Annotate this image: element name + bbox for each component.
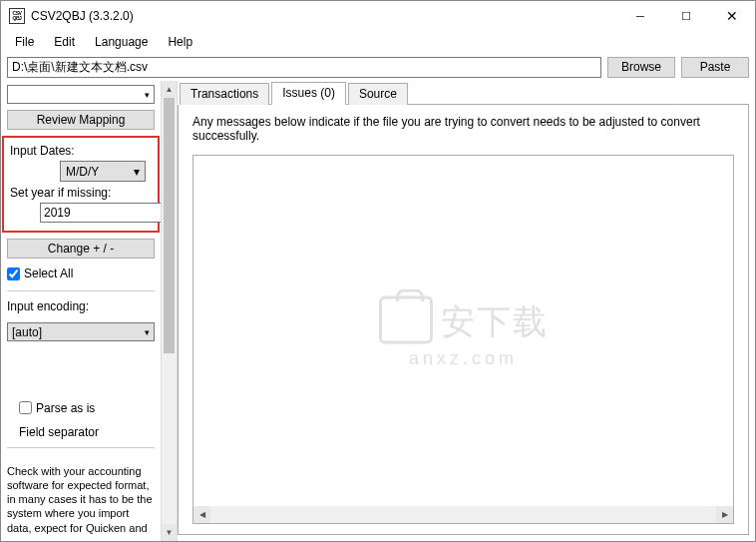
maximize-button[interactable]: ☐ xyxy=(663,1,709,31)
content-area: Transactions Issues (0) Source Any messa… xyxy=(178,81,755,541)
date-format-select[interactable]: M/D/Y▾ xyxy=(60,161,146,182)
footer-note: Check with your accounting software for … xyxy=(7,456,155,535)
scroll-left-icon[interactable]: ◀ xyxy=(193,506,210,523)
chevron-down-icon: ▾ xyxy=(145,90,150,100)
title-bar: CSV QBJ CSV2QBJ (3.3.2.0) ─ ☐ ✕ xyxy=(1,1,755,31)
select-all-checkbox[interactable] xyxy=(7,268,20,280)
scroll-right-icon[interactable]: ▶ xyxy=(716,506,733,523)
watermark: 安下载 anxz.com xyxy=(379,295,549,368)
top-select[interactable]: ▾ xyxy=(7,85,155,104)
menu-edit[interactable]: Edit xyxy=(46,33,83,51)
minimize-button[interactable]: ─ xyxy=(617,1,663,31)
file-path-input[interactable] xyxy=(7,57,601,78)
select-all-label: Select All xyxy=(24,267,73,280)
set-year-label: Set year if missing: xyxy=(10,186,152,200)
year-input[interactable] xyxy=(40,203,161,223)
select-all-row[interactable]: Select All xyxy=(7,265,155,282)
chevron-down-icon: ▾ xyxy=(134,165,140,179)
sidebar: ▾ Review Mapping Input Dates: M/D/Y▾ Set… xyxy=(1,81,161,541)
year-spinner[interactable]: ▲ ▼ xyxy=(40,203,120,223)
menu-bar: File Edit Language Help xyxy=(1,31,755,53)
browse-button[interactable]: Browse xyxy=(607,57,675,78)
tab-body: Any messages below indicate if the file … xyxy=(178,105,749,535)
menu-file[interactable]: File xyxy=(7,33,42,51)
app-icon: CSV QBJ xyxy=(9,8,25,24)
scroll-down-icon[interactable]: ▼ xyxy=(162,524,177,541)
encoding-select[interactable]: [auto]▾ xyxy=(7,322,155,341)
parse-as-is-label: Parse as is xyxy=(36,401,95,415)
tab-transactions[interactable]: Transactions xyxy=(180,83,269,105)
separator xyxy=(7,447,155,448)
input-dates-label: Input Dates: xyxy=(10,144,152,158)
review-mapping-button[interactable]: Review Mapping xyxy=(7,110,155,130)
separator xyxy=(7,290,155,291)
close-button[interactable]: ✕ xyxy=(709,1,755,31)
bag-icon xyxy=(379,295,433,343)
messages-box: 安下载 anxz.com ◀ ▶ xyxy=(192,155,734,524)
window-title: CSV2QBJ (3.3.2.0) xyxy=(31,9,617,23)
field-separator-label: Field separator xyxy=(19,425,99,439)
issues-message: Any messages below indicate if the file … xyxy=(192,115,734,143)
menu-help[interactable]: Help xyxy=(160,33,200,51)
path-row: Browse Paste xyxy=(1,53,755,81)
tab-bar: Transactions Issues (0) Source xyxy=(180,81,749,105)
paste-button[interactable]: Paste xyxy=(681,57,749,78)
parse-as-is-row[interactable]: Parse as is xyxy=(7,399,155,417)
horizontal-scrollbar[interactable]: ◀ ▶ xyxy=(193,506,733,523)
scroll-up-icon[interactable]: ▲ xyxy=(162,81,177,98)
parse-as-is-checkbox[interactable] xyxy=(19,401,32,414)
highlight-box: Input Dates: M/D/Y▾ Set year if missing:… xyxy=(2,136,160,233)
chevron-down-icon: ▾ xyxy=(145,327,150,337)
change-sign-button[interactable]: Change + / - xyxy=(7,239,155,259)
tab-source[interactable]: Source xyxy=(348,83,408,105)
input-encoding-label: Input encoding: xyxy=(7,299,155,313)
sidebar-scrollbar[interactable]: ▲ ▼ xyxy=(161,81,178,541)
tab-issues[interactable]: Issues (0) xyxy=(271,82,346,105)
menu-language[interactable]: Language xyxy=(87,33,156,51)
